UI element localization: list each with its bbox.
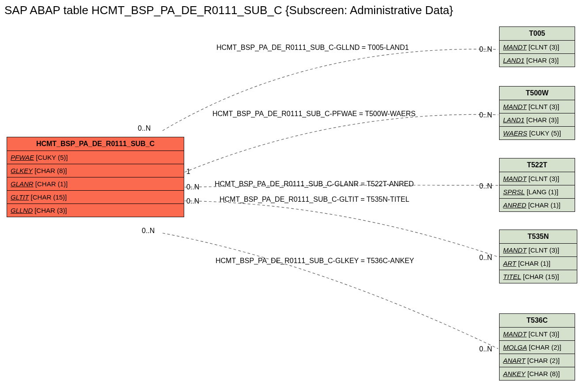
cardinality: 0..N xyxy=(142,227,155,235)
cardinality: 0..N xyxy=(186,197,199,205)
relation-label-2: HCMT_BSP_PA_DE_R0111_SUB_C-PFWAE = T500W… xyxy=(212,110,416,118)
relation-label-1: HCMT_BSP_PA_DE_R0111_SUB_C-GLLND = T005-… xyxy=(216,44,409,52)
entity-row: ANART [CHAR (2)] xyxy=(500,354,575,367)
cardinality: 0..N xyxy=(479,111,492,119)
entity-row: WAERS [CUKY (5)] xyxy=(500,127,575,139)
entity-main-row: PFWAE [CUKY (5)] xyxy=(7,151,184,164)
entity-row: ANKEY [CHAR (8)] xyxy=(500,367,575,380)
entity-main: HCMT_BSP_PA_DE_R0111_SUB_C PFWAE [CUKY (… xyxy=(7,137,184,217)
entity-main-row: GLTIT [CHAR (15)] xyxy=(7,191,184,204)
entity-row: LAND1 [CHAR (3)] xyxy=(500,113,575,127)
entity-t500w-header: T500W xyxy=(500,87,575,100)
entity-main-row: GLLND [CHAR (3)] xyxy=(7,204,184,217)
entity-row: TITEL [CHAR (15)] xyxy=(500,270,577,283)
diagram-title: SAP ABAP table HCMT_BSP_PA_DE_R0111_SUB_… xyxy=(4,4,453,17)
entity-row: MANDT [CLNT (3)] xyxy=(500,328,575,341)
entity-t005: T005 MANDT [CLNT (3)] LAND1 [CHAR (3)] xyxy=(499,26,575,67)
cardinality: 0..N xyxy=(479,254,492,262)
entity-main-row: GLKEY [CHAR (8)] xyxy=(7,164,184,177)
relation-label-3: HCMT_BSP_PA_DE_R0111_SUB_C-GLANR = T522T… xyxy=(215,180,414,188)
cardinality: 0..N xyxy=(138,124,151,132)
cardinality: 1 xyxy=(186,168,190,176)
relation-label-5: HCMT_BSP_PA_DE_R0111_SUB_C-GLKEY = T536C… xyxy=(216,257,414,265)
entity-main-row: GLANR [CHAR (1)] xyxy=(7,177,184,191)
cardinality: 0..N xyxy=(479,45,492,53)
entity-row: MANDT [CLNT (3)] xyxy=(500,100,575,113)
entity-main-header: HCMT_BSP_PA_DE_R0111_SUB_C xyxy=(7,137,184,151)
entity-row: MANDT [CLNT (3)] xyxy=(500,172,575,185)
entity-row: MOLGA [CHAR (2)] xyxy=(500,341,575,354)
cardinality: 0..N xyxy=(186,183,199,191)
entity-t536c: T536C MANDT [CLNT (3)] MOLGA [CHAR (2)] … xyxy=(499,313,575,381)
entity-t005-header: T005 xyxy=(500,27,575,41)
entity-row: ANRED [CHAR (1)] xyxy=(500,199,575,211)
cardinality: 0..N xyxy=(479,345,492,353)
relation-label-4: HCMT_BSP_PA_DE_R0111_SUB_C-GLTIT = T535N… xyxy=(220,196,409,204)
entity-row: MANDT [CLNT (3)] xyxy=(500,244,577,257)
entity-row: ART [CHAR (1)] xyxy=(500,257,577,270)
entity-row: LAND1 [CHAR (3)] xyxy=(500,54,575,67)
entity-row: SPRSL [LANG (1)] xyxy=(500,185,575,199)
cardinality: 0..N xyxy=(479,182,492,190)
entity-t522t-header: T522T xyxy=(500,158,575,172)
entity-t500w: T500W MANDT [CLNT (3)] LAND1 [CHAR (3)] … xyxy=(499,86,575,140)
entity-t536c-header: T536C xyxy=(500,314,575,328)
entity-t535n-header: T535N xyxy=(500,230,577,244)
entity-t522t: T522T MANDT [CLNT (3)] SPRSL [LANG (1)] … xyxy=(499,158,575,212)
entity-t535n: T535N MANDT [CLNT (3)] ART [CHAR (1)] TI… xyxy=(499,230,577,283)
entity-row: MANDT [CLNT (3)] xyxy=(500,41,575,54)
